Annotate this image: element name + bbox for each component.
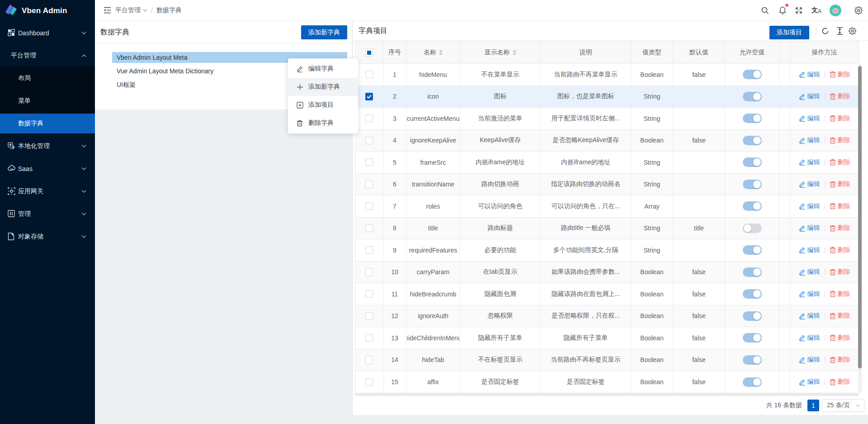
select-all-checkbox[interactable]: [365, 49, 373, 57]
context-menu-item[interactable]: 删除字典: [288, 114, 358, 132]
edit-button[interactable]: 编辑: [799, 158, 820, 167]
app-logo[interactable]: Vben Admin: [0, 0, 95, 22]
edit-button[interactable]: 编辑: [799, 356, 820, 364]
edit-button[interactable]: 编辑: [799, 180, 820, 188]
sidebar-item-布局[interactable]: 布局: [0, 68, 95, 88]
delete-button[interactable]: 删除: [830, 378, 850, 386]
bell-icon[interactable]: [775, 0, 790, 20]
row-height-icon[interactable]: [834, 21, 845, 41]
column-header-说明[interactable]: 说明: [541, 42, 631, 63]
add-dictionary-button[interactable]: 添加新字典: [301, 25, 347, 39]
context-menu-item[interactable]: 添加新字典: [288, 78, 358, 96]
allow-null-toggle[interactable]: [743, 180, 762, 189]
edit-button[interactable]: 编辑: [799, 268, 820, 276]
refresh-icon[interactable]: [819, 21, 831, 41]
sort-icons[interactable]: [513, 50, 516, 55]
row-checkbox[interactable]: [365, 114, 373, 122]
allow-null-toggle[interactable]: [743, 136, 762, 145]
delete-button[interactable]: 删除: [830, 158, 850, 167]
edit-button[interactable]: 编辑: [799, 312, 820, 320]
pagination-page-1[interactable]: 1: [807, 400, 819, 411]
add-item-button[interactable]: 添加项目: [769, 26, 809, 39]
gear-icon[interactable]: [851, 0, 866, 20]
page-size-select[interactable]: 25 条/页: [822, 399, 864, 412]
row-checkbox[interactable]: [365, 71, 373, 78]
delete-button[interactable]: 删除: [830, 246, 850, 254]
delete-button[interactable]: 删除: [830, 224, 850, 232]
sidebar-item-管理[interactable]: 管理: [0, 204, 95, 224]
sort-icons[interactable]: [439, 50, 443, 55]
delete-button[interactable]: 删除: [830, 136, 850, 144]
horizontal-scrollbar[interactable]: [355, 393, 859, 396]
allow-null-toggle[interactable]: [743, 224, 762, 233]
sidebar-item-saas[interactable]: Saas: [0, 159, 95, 179]
allow-null-toggle[interactable]: [743, 245, 762, 255]
sidebar-item-平台管理[interactable]: 平台管理: [0, 46, 95, 66]
row-checkbox[interactable]: [365, 290, 373, 298]
delete-button[interactable]: 删除: [830, 290, 850, 298]
allow-null-toggle[interactable]: [743, 311, 762, 321]
row-checkbox[interactable]: [365, 202, 373, 210]
breadcrumb-item-dict[interactable]: 数据字典: [156, 6, 182, 14]
edit-button[interactable]: 编辑: [799, 71, 820, 79]
delete-button[interactable]: 删除: [830, 334, 850, 342]
row-checkbox[interactable]: [365, 224, 373, 232]
vertical-scrollbar[interactable]: [858, 64, 862, 393]
column-header-值类型[interactable]: 值类型: [631, 42, 673, 63]
allow-null-toggle[interactable]: [743, 92, 762, 101]
column-header-默认值[interactable]: 默认值: [673, 42, 725, 63]
row-checkbox[interactable]: [365, 334, 373, 342]
allow-null-toggle[interactable]: [743, 333, 762, 343]
sidebar-item-菜单[interactable]: 菜单: [0, 91, 95, 111]
edit-button[interactable]: 编辑: [799, 334, 820, 342]
settings-gear-icon[interactable]: [846, 21, 858, 41]
row-checkbox[interactable]: [365, 268, 373, 276]
context-menu-item[interactable]: 添加项目: [288, 96, 358, 114]
sidebar-collapse-icon[interactable]: [100, 0, 114, 20]
sidebar-item-应用网关[interactable]: 应用网关: [0, 181, 95, 201]
delete-button[interactable]: 删除: [830, 71, 850, 79]
edit-button[interactable]: 编辑: [799, 246, 820, 254]
allow-null-toggle[interactable]: [743, 289, 762, 299]
translate-header-icon[interactable]: 文A: [809, 0, 824, 20]
edit-button[interactable]: 编辑: [799, 224, 820, 232]
row-checkbox[interactable]: [365, 93, 373, 100]
row-checkbox[interactable]: [365, 246, 373, 254]
sidebar-item-对象存储[interactable]: 对象存储: [0, 227, 95, 247]
row-checkbox[interactable]: [365, 378, 373, 386]
row-checkbox[interactable]: [365, 312, 373, 320]
delete-button[interactable]: 删除: [830, 92, 850, 100]
edit-button[interactable]: 编辑: [799, 136, 820, 144]
allow-null-toggle[interactable]: [743, 267, 762, 277]
delete-button[interactable]: 删除: [830, 268, 850, 276]
row-checkbox[interactable]: [365, 137, 373, 144]
column-header-显示名称[interactable]: 显示名称: [460, 42, 541, 63]
avatar[interactable]: [828, 0, 843, 20]
edit-button[interactable]: 编辑: [799, 202, 820, 210]
allow-null-toggle[interactable]: [743, 377, 762, 387]
delete-button[interactable]: 删除: [830, 312, 850, 320]
edit-button[interactable]: 编辑: [799, 92, 820, 100]
allow-null-toggle[interactable]: [743, 70, 762, 79]
allow-null-toggle[interactable]: [743, 157, 762, 167]
row-checkbox[interactable]: [365, 356, 373, 364]
sidebar-item-本地化管理[interactable]: 本地化管理: [0, 136, 95, 156]
delete-button[interactable]: 删除: [830, 356, 850, 364]
edit-button[interactable]: 编辑: [799, 114, 820, 123]
fullscreen-icon[interactable]: [791, 0, 807, 20]
vertical-scrollbar-thumb[interactable]: [858, 66, 862, 368]
search-icon[interactable]: [757, 0, 773, 20]
column-header-名称[interactable]: 名称: [406, 42, 460, 63]
allow-null-toggle[interactable]: [743, 114, 762, 123]
sidebar-item-数据字典[interactable]: 数据字典: [0, 114, 95, 133]
column-header-操作方法[interactable]: 操作方法: [790, 42, 859, 63]
column-header-序号[interactable]: 序号: [383, 42, 406, 63]
allow-null-toggle[interactable]: [743, 355, 762, 365]
edit-button[interactable]: 编辑: [799, 378, 820, 386]
column-header-允许空值[interactable]: 允许空值: [725, 42, 779, 63]
context-menu-item[interactable]: 编辑字典: [288, 60, 358, 78]
row-checkbox[interactable]: [365, 181, 373, 188]
allow-null-toggle[interactable]: [743, 201, 762, 211]
breadcrumb-item-platform[interactable]: 平台管理: [115, 6, 147, 14]
row-checkbox[interactable]: [365, 158, 373, 166]
